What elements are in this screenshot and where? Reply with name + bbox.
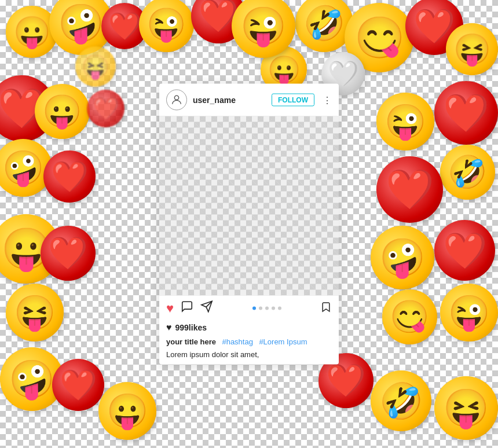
bookmark-button[interactable] [320, 300, 332, 316]
emoji-item: 😝 [75, 46, 116, 87]
dot-4 [272, 307, 275, 310]
emoji-item: 😋 [382, 289, 437, 344]
hashtag-2: #Lorem Ipsum [259, 337, 307, 346]
emoji-item: ❤️ [376, 156, 443, 223]
svg-point-0 [174, 96, 178, 100]
more-options-button[interactable]: ⋮ [323, 94, 332, 105]
caption-title-row: your title here #hashtag #Lorem Ipsum [159, 335, 339, 349]
card-actions: ♥ [159, 296, 339, 321]
emoji-item: ❤️ [434, 81, 498, 145]
dot-5 [278, 307, 281, 310]
share-button[interactable] [200, 300, 213, 317]
emoji-item: 🤪 [371, 226, 434, 289]
emoji-item: 😝 [434, 376, 498, 440]
instagram-card: user_name FOLLOW ⋮ ♥ [159, 84, 339, 365]
emoji-item: 😝 [6, 284, 64, 341]
follow-button[interactable]: FOLLOW [272, 94, 314, 107]
emoji-item: 😝 [446, 23, 498, 75]
card-header: user_name FOLLOW ⋮ [159, 84, 339, 116]
post-image [159, 116, 339, 296]
emoji-item: 😜 [139, 0, 194, 52]
emoji-item: 🤣 [440, 145, 495, 200]
emoji-item: 🤣 [295, 0, 353, 52]
emoji-item: 😜 [376, 93, 434, 150]
likes-row: ♥ 999likes [159, 321, 339, 335]
emoji-item: 🤣 [371, 370, 431, 431]
heart-icon: ♥ [166, 322, 172, 333]
caption-body: Lorem ipsum dolor sit amet, [159, 349, 339, 365]
dot-1 [252, 307, 256, 310]
emoji-item: 😛 [98, 382, 156, 440]
avatar [166, 90, 187, 111]
emoji-item: 😛 [35, 84, 90, 139]
emoji-item: 😜 [440, 284, 498, 341]
emoji-item: ❤️ [41, 226, 96, 281]
emoji-item: ❤️ [52, 359, 104, 411]
dot-2 [259, 307, 262, 310]
hashtag-1: #hashtag [222, 337, 253, 346]
dot-3 [265, 307, 269, 310]
like-button[interactable]: ♥ [166, 301, 174, 316]
emoji-item: ❤️ [43, 150, 96, 203]
comment-button[interactable] [181, 300, 193, 317]
username: user_name [193, 96, 266, 105]
slide-indicator [220, 307, 313, 310]
emoji-item: ❤️ [434, 220, 495, 281]
emoji-item: ❤️ [87, 90, 124, 127]
likes-count: 999likes [175, 323, 207, 332]
caption-title: your title here [166, 337, 216, 346]
